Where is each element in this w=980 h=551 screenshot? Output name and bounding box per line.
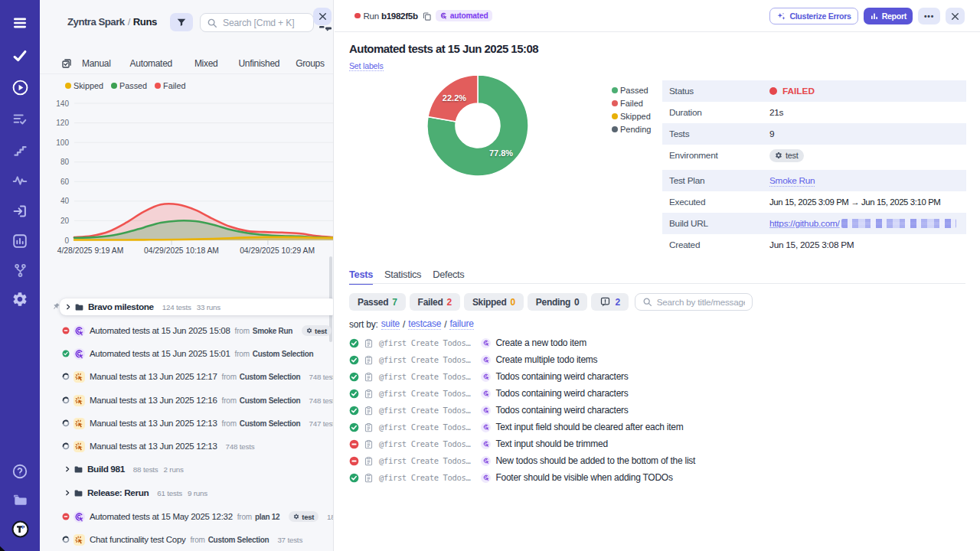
tab-tests[interactable]: Tests <box>349 269 373 285</box>
settings-gear-icon[interactable] <box>11 290 29 308</box>
test-plan-link[interactable]: Smoke Run <box>769 175 815 187</box>
run-title[interactable]: Automated tests at 15 Jun 2025 15:01 <box>90 349 230 358</box>
run-title[interactable]: Chat functinality test Copy <box>90 535 186 544</box>
run-row[interactable]: Manual tests at 13 Jun 2025 12:13from Cu… <box>40 412 334 435</box>
result-donut-chart[interactable]: 77.8%22.2% <box>426 73 530 178</box>
breadcrumb-project[interactable]: Zyntra Spark <box>67 16 125 28</box>
test-title[interactable]: Footer should be visible when adding TOD… <box>495 472 672 483</box>
test-title[interactable]: New todos should be added to the bottom … <box>495 455 695 466</box>
expand-chevron-icon[interactable] <box>64 465 71 473</box>
test-title[interactable]: Text input field should be cleared after… <box>495 422 683 432</box>
tests-search-input[interactable] <box>657 297 745 307</box>
test-title[interactable]: Todos containing weird characters <box>495 388 628 399</box>
test-row[interactable]: @first Create Todos… Todos containing we… <box>349 402 629 419</box>
run-title[interactable]: Automated tests at 15 Jun 2025 15:08 <box>90 326 230 335</box>
test-title[interactable]: Todos containing weird characters <box>495 371 628 382</box>
test-row[interactable]: @first Create Todos… Create multiple tod… <box>349 351 597 368</box>
filter-pending[interactable]: Pending0 <box>528 293 588 311</box>
test-row[interactable]: @first Create Todos… Create a new todo i… <box>349 334 586 351</box>
select-all-icon[interactable] <box>60 57 73 70</box>
run-group-title[interactable]: Build 981 <box>87 464 125 474</box>
close-run-button[interactable] <box>946 8 965 24</box>
run-type-badge[interactable]: automated <box>436 10 493 21</box>
runs-check-icon[interactable] <box>11 47 29 65</box>
test-row[interactable]: @first Create Todos… Todos containing we… <box>349 385 629 402</box>
run-row[interactable]: Automated tests at 15 Jun 2025 15:01from… <box>40 342 334 365</box>
sign-in-icon[interactable] <box>11 202 29 220</box>
filter-skipped[interactable]: Skipped0 <box>464 293 524 311</box>
tab-manual[interactable]: Manual <box>82 58 111 69</box>
search-input[interactable] <box>223 18 307 28</box>
tab-statistics[interactable]: Statistics <box>384 269 421 285</box>
environment-badge[interactable]: test <box>769 149 804 162</box>
filter-button[interactable] <box>170 13 193 31</box>
run-env-badge[interactable]: test <box>302 325 332 336</box>
panel-close-button[interactable] <box>313 8 332 25</box>
test-row[interactable]: @first Create Todos… Footer should be vi… <box>349 469 673 486</box>
run-group-row[interactable]: Release: Rerun61 tests9 runs <box>40 481 334 504</box>
help-icon[interactable] <box>11 462 29 481</box>
tab-groups[interactable]: Groups <box>296 58 325 69</box>
run-title[interactable]: Manual tests at 13 Jun 2025 12:13 <box>90 419 217 428</box>
bar-chart-icon[interactable] <box>11 232 29 250</box>
run-group-title[interactable]: Bravo milestone <box>88 302 154 312</box>
run-row[interactable]: Automated tests at 15 Jun 2025 15:08from… <box>40 319 334 342</box>
filter-comments[interactable]: 2 <box>591 293 628 311</box>
app-logo[interactable] <box>11 520 29 538</box>
run-from-value[interactable]: Custom Selection <box>208 536 270 544</box>
run-title[interactable]: Automated tests at 15 May 2025 12:32 <box>90 512 233 521</box>
run-title[interactable]: Manual tests at 13 Jun 2025 12:13 <box>90 442 217 451</box>
run-row[interactable]: Chat functinality test Copyfrom Custom S… <box>40 528 334 551</box>
copy-icon[interactable] <box>422 11 432 21</box>
tab-automated[interactable]: Automated <box>130 58 172 69</box>
run-title[interactable]: Manual tests at 13 Jun 2025 12:16 <box>90 396 217 405</box>
passed-status-icon <box>349 355 359 365</box>
tab-unfinished[interactable]: Unfinished <box>238 58 279 69</box>
run-from-value[interactable]: Custom Selection <box>240 396 301 405</box>
git-branch-icon[interactable] <box>11 261 29 279</box>
expand-chevron-icon[interactable] <box>64 489 71 497</box>
run-from-value[interactable]: Smoke Run <box>253 327 292 335</box>
test-title[interactable]: Create multiple todo items <box>495 354 597 365</box>
report-button[interactable]: Report <box>864 8 913 24</box>
run-from-value[interactable]: Custom Selection <box>240 419 301 428</box>
run-from-value[interactable]: plan 12 <box>255 513 279 521</box>
run-from-value[interactable]: Custom Selection <box>240 373 301 381</box>
clusterize-errors-button[interactable]: Clusterize Errors <box>769 8 858 24</box>
sort-by-failure[interactable]: failure <box>449 318 473 330</box>
test-title[interactable]: Todos containing weird characters <box>495 405 628 416</box>
run-title[interactable]: Manual tests at 13 Jun 2025 12:17 <box>90 372 217 381</box>
activity-pulse-icon[interactable] <box>11 171 29 190</box>
sort-by-testcase[interactable]: testcase <box>408 318 441 330</box>
test-row[interactable]: @first Create Todos… New todos should be… <box>349 452 695 469</box>
runs-trend-chart[interactable]: 0204060801001201404/28/2025 9:19 AM04/29… <box>40 77 334 264</box>
run-env-badge[interactable]: test <box>289 511 318 522</box>
filter-failed[interactable]: Failed2 <box>410 293 460 311</box>
run-group-title[interactable]: Release: Rerun <box>87 487 149 498</box>
run-group-row[interactable]: Build 98188 tests2 runs <box>40 458 334 481</box>
run-row[interactable]: Manual tests at 13 Jun 2025 12:16from Cu… <box>40 389 334 412</box>
test-row[interactable]: @first Create Todos… Text input should b… <box>349 435 608 452</box>
run-from-value[interactable]: Custom Selection <box>253 350 314 358</box>
library-icon[interactable] <box>11 491 29 509</box>
tab-mixed[interactable]: Mixed <box>194 58 218 69</box>
test-title[interactable]: Create a new todo item <box>495 337 586 348</box>
menu-icon[interactable] <box>11 14 29 32</box>
play-circle-icon[interactable] <box>11 78 29 96</box>
tab-defects[interactable]: Defects <box>433 269 464 285</box>
test-title[interactable]: Text input should be trimmed <box>495 439 607 449</box>
sort-by-suite[interactable]: suite <box>381 318 400 330</box>
list-check-icon[interactable] <box>11 110 29 129</box>
run-row[interactable]: Automated tests at 15 May 2025 12:32from… <box>40 505 334 528</box>
run-row[interactable]: Manual tests at 13 Jun 2025 12:17from Cu… <box>40 365 334 388</box>
build-url-link[interactable]: https://github.com/ <box>769 218 840 229</box>
run-row[interactable]: Manual tests at 13 Jun 2025 12:13748 tes… <box>40 435 334 458</box>
run-group-row[interactable]: Bravo milestone124 tests33 runs <box>40 295 334 318</box>
set-labels-link[interactable]: Set labels <box>349 61 384 71</box>
test-row[interactable]: @first Create Todos… Text input field sh… <box>349 419 683 435</box>
more-actions-button[interactable]: ••• <box>918 8 940 24</box>
test-row[interactable]: @first Create Todos… Todos containing we… <box>349 368 629 385</box>
expand-chevron-icon[interactable] <box>64 303 72 311</box>
steps-icon[interactable] <box>11 141 29 159</box>
filter-passed[interactable]: Passed7 <box>349 293 406 311</box>
